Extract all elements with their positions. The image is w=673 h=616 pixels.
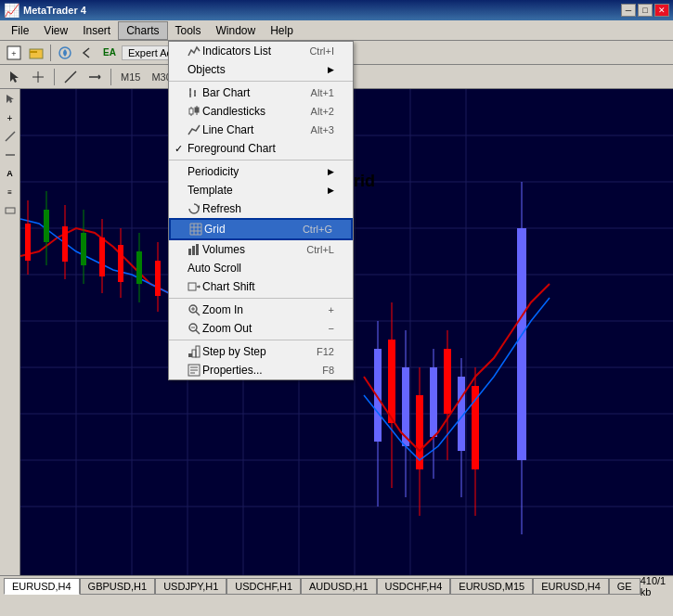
auto-scroll-label: Auto Scroll [188,262,241,275]
app-icon: 📈 [4,3,19,18]
draw-ray-tool[interactable] [84,67,105,87]
timeframe-m15[interactable]: M15 [117,71,144,83]
svg-rect-117 [192,350,196,357]
foreground-check: ✓ [175,143,183,155]
svg-rect-91 [195,108,199,112]
new-chart-button[interactable]: + [4,43,24,63]
menu-view[interactable]: View [36,21,75,40]
zoom-out-label: Zoom Out [202,322,252,335]
menu-refresh[interactable]: Refresh [169,199,353,218]
svg-line-20 [6,132,15,141]
tool-text[interactable]: A [2,165,19,182]
menu-volumes[interactable]: Volumes Ctrl+L [169,240,353,259]
tool-hline[interactable] [2,147,19,163]
volumes-icon [188,243,201,256]
grid-icon [189,223,202,236]
svg-marker-108 [199,285,201,289]
menu-template[interactable]: Template ▶ [169,181,353,199]
tool-rect[interactable] [2,202,19,219]
svg-rect-68 [444,349,451,414]
maximize-button[interactable]: □ [638,4,653,17]
menu-objects[interactable]: Objects ▶ [169,60,353,79]
zoom-in-label: Zoom In [202,303,243,316]
menu-divider-4 [169,340,353,340]
svg-rect-104 [192,246,195,255]
tab-usdchf-h4[interactable]: USDCHF,H4 [377,578,451,595]
periodicity-arrow: ▶ [328,167,334,176]
svg-rect-52 [118,245,123,282]
tool-crosshair[interactable]: + [2,109,19,126]
tab-eurusd-h4-1[interactable]: EURUSD,H4 [4,578,80,595]
menu-candlesticks[interactable]: Candlesticks Alt+2 [169,102,353,121]
menu-indicators-list[interactable]: Indicators List Ctrl+I [169,42,353,60]
menu-insert[interactable]: Insert [75,21,118,40]
svg-rect-88 [189,109,193,114]
indicators-icon [188,45,201,58]
foreground-chart-label: Foreground Chart [188,142,276,155]
menu-foreground-chart[interactable]: ✓ Foreground Chart [169,139,353,158]
svg-rect-46 [62,226,68,262]
back-button[interactable] [77,43,97,63]
status-info-text: 410/1 kb [641,575,670,597]
tool-fib[interactable]: ≡ [2,184,19,200]
candlesticks-shortcut: Alt+2 [311,106,334,117]
svg-rect-72 [472,386,479,469]
menu-bar-chart[interactable]: Bar Chart Alt+1 [169,83,353,102]
tab-audusd-h1[interactable]: AUDUSD,H1 [301,578,377,595]
svg-rect-2 [30,49,43,58]
menu-help[interactable]: Help [263,21,301,40]
step-icon [188,345,201,358]
menu-file[interactable]: File [4,21,36,40]
svg-rect-22 [6,208,15,213]
template-arrow: ▶ [328,186,334,195]
tab-usdchf-h1[interactable]: USDCHF,H1 [226,578,301,595]
tool-line[interactable] [2,128,19,145]
svg-rect-66 [430,367,437,437]
expert-advisors-button[interactable]: EA [99,43,120,63]
svg-rect-56 [155,261,161,296]
menu-charts[interactable]: Charts [118,21,167,40]
minimize-button[interactable]: ─ [621,4,636,17]
line-chart-shortcut: Alt+3 [311,124,334,135]
menu-periodicity[interactable]: Periodicity ▶ [169,162,353,181]
crosshair-tool[interactable] [28,67,48,87]
close-button[interactable]: ✕ [654,4,669,17]
title-bar-buttons: ─ □ ✕ [621,4,669,17]
properties-shortcut: F8 [322,365,334,376]
svg-rect-60 [388,340,395,423]
properties-label: Properties... [202,364,263,377]
draw-line-tool[interactable] [60,67,81,87]
menu-divider-1 [169,81,353,82]
refresh-label: Refresh [202,202,241,215]
svg-line-114 [196,330,200,334]
connect-button[interactable] [55,43,75,63]
menu-line-chart[interactable]: Line Chart Alt+3 [169,121,353,139]
menu-step-by-step[interactable]: Step by Step F12 [169,342,353,361]
tab-gbpusd-h1[interactable]: GBPUSD,H1 [80,578,156,595]
open-button[interactable] [26,43,46,63]
step-by-step-label: Step by Step [202,345,266,358]
grid-label: Grid [204,223,226,236]
objects-arrow: ▶ [328,65,334,74]
menu-window[interactable]: Window [209,21,264,40]
menu-tools[interactable]: Tools [168,21,209,40]
toolbar2-sep-2 [110,69,111,85]
menu-grid[interactable]: Grid Ctrl+G [169,218,353,240]
menu-zoom-in[interactable]: Zoom In + [169,301,353,319]
zoom-in-menu-icon [188,303,201,316]
tab-eurusd-h4-2[interactable]: EURUSD,H4 [533,578,609,595]
bar-chart-shortcut: Alt+1 [311,87,334,98]
svg-rect-116 [188,353,192,357]
menu-chart-shift[interactable]: Chart Shift [169,277,353,296]
menu-auto-scroll[interactable]: Auto Scroll [169,259,353,277]
app-title: MetaTrader 4 [23,5,86,16]
tab-usdjpy-h1[interactable]: USDJPY,H1 [155,578,226,595]
tool-cursor[interactable] [2,91,19,108]
menu-zoom-out[interactable]: Zoom Out − [169,319,353,338]
cursor-tool[interactable] [4,67,24,87]
status-info: 410/1 kb [641,575,673,597]
tab-ge[interactable]: GE [609,578,641,595]
tab-eurusd-m15[interactable]: EURUSD,M15 [450,578,533,595]
svg-rect-3 [30,51,37,53]
menu-properties[interactable]: Properties... F8 [169,361,353,379]
